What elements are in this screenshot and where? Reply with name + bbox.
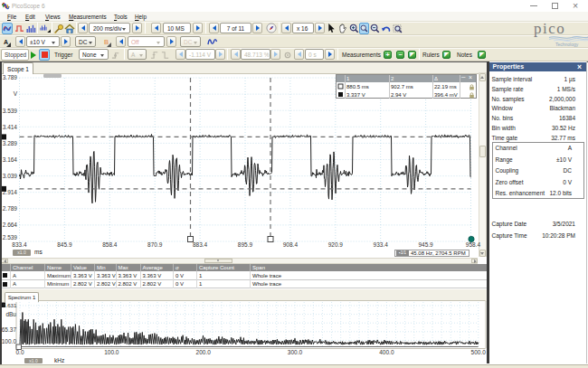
svg-text:100.0: 100.0 [104,349,119,355]
svg-text:3.289: 3.289 [3,140,18,146]
svg-text:945.9: 945.9 [418,241,433,248]
svg-text:-65.37: -65.37 [0,326,16,333]
svg-text:870.9: 870.9 [147,241,163,248]
svg-text:3.539: 3.539 [3,108,18,114]
svg-text:3.164: 3.164 [3,156,18,163]
svg-text:500.0: 500.0 [471,349,487,355]
svg-text:895.9: 895.9 [238,241,253,248]
svg-text:933.4: 933.4 [374,241,389,248]
svg-text:958.4: 958.4 [466,241,481,248]
svg-text:V: V [14,90,18,97]
svg-text:2.664: 2.664 [3,222,18,228]
svg-text:0.0: 0.0 [15,349,24,355]
svg-text:5.631: 5.631 [3,302,17,308]
svg-text:883.4: 883.4 [193,241,208,248]
svg-text:845.9: 845.9 [57,241,72,248]
svg-text:920.9: 920.9 [328,241,344,248]
svg-text:-100.0: -100.0 [0,338,16,344]
svg-text:3.789: 3.789 [3,74,18,80]
svg-text:dBu: dBu [5,311,16,317]
svg-text:400.0: 400.0 [379,349,394,355]
svg-text:908.4: 908.4 [283,241,299,248]
svg-text:2.539: 2.539 [3,234,18,241]
svg-text:200.0: 200.0 [196,349,212,355]
svg-text:2.789: 2.789 [3,205,18,212]
svg-text:3.039: 3.039 [3,173,18,179]
svg-text:858.4: 858.4 [102,241,118,248]
svg-text:833.4: 833.4 [12,241,27,248]
svg-text:300.0: 300.0 [288,349,303,355]
svg-text:3.414: 3.414 [3,124,18,130]
